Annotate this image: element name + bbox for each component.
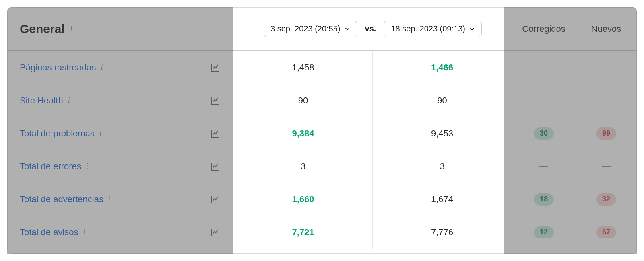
line-chart-icon[interactable] <box>211 228 220 237</box>
fixed-cell: 12 <box>512 226 576 238</box>
value-b: 9,453 <box>373 117 512 150</box>
line-chart-icon[interactable] <box>211 63 220 72</box>
chart-icon-cell <box>197 195 234 204</box>
metric-link[interactable]: Total de avisos <box>20 227 78 238</box>
metric-link[interactable]: Total de problemas <box>20 128 95 139</box>
fixed-badge: 12 <box>534 226 554 238</box>
fixed-badge: 30 <box>534 127 554 140</box>
value-b: 3 <box>373 150 512 183</box>
date-a-label: 3 sep. 2023 (20:55) <box>270 24 340 33</box>
info-icon[interactable]: i <box>108 195 110 203</box>
date-b-label: 18 sep. 2023 (09:13) <box>391 24 465 33</box>
new-cell: 67 <box>576 226 636 238</box>
line-chart-icon[interactable] <box>211 162 220 171</box>
line-chart-icon[interactable] <box>211 129 220 138</box>
metric-label-cell: Total de advertenciasi <box>8 194 197 205</box>
info-icon[interactable]: i <box>83 228 85 236</box>
chevron-down-icon <box>345 26 350 32</box>
fixed-cell: 18 <box>512 193 576 206</box>
new-cell: — <box>576 161 636 172</box>
value-a: 1,660 <box>234 183 373 216</box>
date-b-dropdown[interactable]: 18 sep. 2023 (09:13) <box>384 21 482 37</box>
metric-link[interactable]: Site Health <box>20 95 63 106</box>
line-chart-icon[interactable] <box>211 96 220 105</box>
dash: — <box>539 161 548 172</box>
chevron-down-icon <box>469 26 475 32</box>
metric-label-cell: Total de problemasi <box>8 128 197 139</box>
general-comparison-table: General i 3 sep. 2023 (20:55) vs. 18 sep… <box>7 7 637 254</box>
table-row: Site Healthi9090 <box>8 84 636 117</box>
date-a-dropdown[interactable]: 3 sep. 2023 (20:55) <box>264 21 357 37</box>
value-b: 90 <box>373 84 512 117</box>
fixed-cell: — <box>512 161 576 172</box>
line-chart-icon[interactable] <box>211 195 220 204</box>
new-cell: 32 <box>576 193 636 206</box>
table-row: Total de avisosi7,7217,7761267 <box>8 216 636 249</box>
metric-link[interactable]: Páginas rastreadas <box>20 62 96 73</box>
info-icon[interactable]: i <box>68 96 70 105</box>
section-title-cell: General i <box>8 22 197 36</box>
chart-icon-cell <box>197 162 234 171</box>
info-icon[interactable]: i <box>99 129 101 138</box>
metric-label-cell: Total de erroresi <box>8 161 197 172</box>
new-badge: 67 <box>596 226 616 238</box>
fixed-column-header: Corregidos <box>512 24 576 34</box>
fixed-cell: 30 <box>512 127 576 140</box>
metric-label-cell: Total de avisosi <box>8 227 197 238</box>
section-title: General <box>20 22 65 36</box>
value-a: 7,721 <box>234 216 373 249</box>
table-row: Páginas rastreadasi1,4581,466 <box>8 51 636 84</box>
fixed-badge: 18 <box>534 193 554 206</box>
dash: — <box>602 161 611 172</box>
metric-label-cell: Páginas rastreadasi <box>8 62 197 73</box>
new-cell: 99 <box>576 127 636 140</box>
table-header-row: General i 3 sep. 2023 (20:55) vs. 18 sep… <box>8 8 636 51</box>
new-column-header: Nuevos <box>576 24 636 34</box>
info-icon[interactable]: i <box>86 162 88 171</box>
value-a: 1,458 <box>234 51 373 84</box>
new-badge: 99 <box>596 127 616 140</box>
chart-icon-cell <box>197 63 234 72</box>
vs-label: vs. <box>365 24 376 33</box>
info-icon[interactable]: i <box>101 63 103 72</box>
value-b: 7,776 <box>373 216 512 249</box>
table-row: Total de erroresi33—— <box>8 150 636 183</box>
table-row: Total de problemasi9,3849,4533099 <box>8 117 636 150</box>
value-b: 1,674 <box>373 183 512 216</box>
value-a: 3 <box>234 150 373 183</box>
info-icon[interactable]: i <box>70 25 72 33</box>
value-b: 1,466 <box>373 51 512 84</box>
value-a: 90 <box>234 84 373 117</box>
metric-link[interactable]: Total de advertencias <box>20 194 103 205</box>
chart-icon-cell <box>197 129 234 138</box>
metric-link[interactable]: Total de errores <box>20 161 81 172</box>
value-a: 9,384 <box>234 117 373 150</box>
chart-icon-cell <box>197 96 234 105</box>
chart-icon-cell <box>197 228 234 237</box>
date-compare-controls: 3 sep. 2023 (20:55) vs. 18 sep. 2023 (09… <box>234 21 512 37</box>
metric-label-cell: Site Healthi <box>8 95 197 106</box>
new-badge: 32 <box>596 193 616 206</box>
table-row: Total de advertenciasi1,6601,6741832 <box>8 183 636 216</box>
